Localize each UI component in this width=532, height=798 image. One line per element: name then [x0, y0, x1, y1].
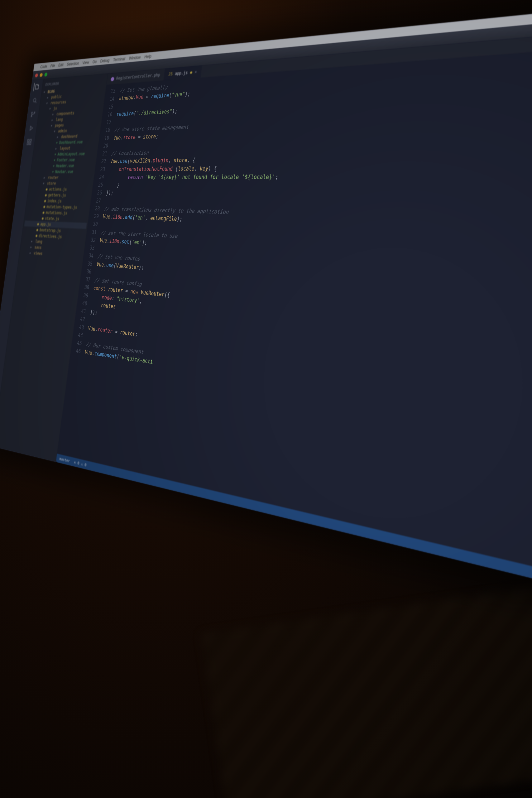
- line-number: 14: [104, 95, 115, 103]
- menubar-item[interactable]: View: [82, 60, 90, 65]
- token-punct: =: [143, 93, 151, 100]
- git-branch-status[interactable]: master: [59, 456, 70, 463]
- search-icon[interactable]: [31, 96, 38, 105]
- file-row[interactable]: ▾Footer.vue: [33, 156, 96, 163]
- tree-item-label: Navbar.vue: [55, 169, 73, 174]
- zoom-window-button[interactable]: [44, 73, 48, 77]
- line-number: 18: [100, 126, 111, 134]
- menubar-item[interactable]: Window: [129, 55, 141, 61]
- tree-item-label: AdminLayout.vue: [57, 152, 85, 156]
- line-number: 30: [87, 221, 98, 228]
- token-var: Vue: [88, 325, 96, 332]
- chevron-icon: ▸: [31, 239, 34, 244]
- line-number: 35: [82, 259, 93, 268]
- menubar-app-name[interactable]: Code: [40, 64, 48, 69]
- line-number: 31: [86, 228, 97, 236]
- token-var: router: [119, 329, 136, 337]
- chevron-icon: ▸: [43, 175, 47, 179]
- menubar-item[interactable]: File: [50, 63, 56, 68]
- code-lines[interactable]: // Set Vue globallywindow.Vue = require(…: [70, 40, 532, 588]
- close-tab-icon[interactable]: ×: [194, 69, 197, 75]
- token-var: Vue: [84, 349, 93, 356]
- line-number: 44: [72, 330, 83, 340]
- line-number: 24: [94, 173, 104, 181]
- token-fn: add: [125, 214, 133, 221]
- tree-item-label: dashboard: [61, 134, 78, 139]
- folder-row[interactable]: ▾store: [30, 180, 93, 187]
- line-number: 46: [70, 346, 81, 356]
- chevron-icon: ▸: [51, 117, 55, 122]
- token-str: 'Key '${key}' not found for locale '${lo…: [145, 173, 276, 180]
- tree-item-label: lang: [35, 239, 42, 244]
- token-punct: , {: [187, 157, 196, 163]
- js-file-icon: ●: [42, 210, 45, 215]
- line-number: 27: [90, 197, 101, 205]
- line-number: 39: [78, 291, 89, 300]
- line-number: 16: [101, 111, 113, 119]
- file-row[interactable]: ▾Navbar.vue: [31, 168, 94, 174]
- tree-item-label: getters.js: [48, 193, 66, 197]
- chevron-icon: ▸: [55, 146, 58, 151]
- chevron-icon: ▸: [30, 245, 33, 249]
- token-prop: router: [97, 326, 113, 334]
- token-var: store: [173, 157, 188, 164]
- token-punct: ) {: [208, 165, 217, 172]
- token-var: Vue: [99, 237, 108, 244]
- svg-point-1: [32, 112, 33, 113]
- file-row[interactable]: ▾Header.vue: [32, 163, 95, 169]
- line-number: 21: [97, 150, 108, 158]
- vue-file-icon: ▾: [56, 140, 58, 145]
- tree-item-label: directives.js: [38, 233, 62, 239]
- file-row[interactable]: ●actions.js: [29, 186, 92, 193]
- js-file-icon: ●: [37, 222, 39, 226]
- js-file-icon: ●: [35, 233, 38, 238]
- chevron-icon: ▸: [29, 250, 33, 255]
- minimize-window-button[interactable]: [40, 73, 43, 77]
- line-number: 42: [75, 315, 86, 324]
- debug-icon[interactable]: [27, 124, 35, 132]
- token-punct: ({: [164, 291, 170, 299]
- git-branch-icon[interactable]: [29, 110, 36, 118]
- line-number: 40: [77, 299, 88, 308]
- token-prop: i18n: [112, 214, 123, 221]
- menubar-item[interactable]: Terminal: [113, 56, 126, 62]
- tree-item-label: components: [56, 111, 75, 116]
- folder-row[interactable]: ▸router: [30, 174, 93, 180]
- token-const: const: [93, 285, 108, 292]
- menubar-item[interactable]: Selection: [66, 61, 79, 67]
- problems-status[interactable]: ✕ 0 ⚠ 0: [74, 460, 87, 467]
- menubar-item[interactable]: Debug: [100, 58, 110, 63]
- extensions-icon[interactable]: [25, 138, 33, 146]
- token-class: VueRouter: [116, 263, 139, 270]
- tree-item-label: pages: [55, 123, 64, 128]
- svg-point-2: [31, 116, 32, 117]
- tab-label: app.js: [174, 70, 188, 76]
- token-var: store: [143, 133, 156, 140]
- svg-marker-4: [30, 126, 33, 130]
- laptop-screen: Code File Edit Selection View Go Debug T…: [0, 0, 532, 601]
- token-const: new: [130, 288, 141, 296]
- tree-item-label: store: [47, 181, 56, 186]
- token-str: "history": [116, 295, 140, 304]
- line-number: 37: [80, 275, 91, 284]
- tree-item-label: bootstrap.js: [39, 228, 61, 233]
- tree-item-label: Footer.vue: [56, 157, 75, 163]
- token-var: key: [200, 165, 209, 172]
- close-window-button[interactable]: [35, 73, 38, 77]
- line-number: 38: [79, 283, 90, 292]
- code-editor[interactable]: 1314151617181920212223242526272829303132…: [57, 40, 532, 588]
- vue-file-icon: ▾: [53, 158, 56, 163]
- line-number: 43: [74, 323, 84, 332]
- tree-item-label: router: [48, 175, 59, 180]
- token-punct: ,: [139, 297, 142, 304]
- js-file-icon: JS: [168, 71, 173, 77]
- menubar-item[interactable]: Edit: [58, 63, 63, 68]
- files-icon[interactable]: [33, 82, 40, 91]
- line-number: 15: [103, 103, 114, 111]
- menubar-item[interactable]: Help: [144, 54, 151, 59]
- svg-rect-6: [30, 139, 32, 141]
- menubar-item[interactable]: Go: [92, 59, 97, 64]
- chevron-icon: ▸: [52, 112, 55, 117]
- token-str: 'en': [135, 214, 146, 221]
- editor-group: ⬤ RegisterController.php JS app.js ● × 1…: [56, 24, 532, 601]
